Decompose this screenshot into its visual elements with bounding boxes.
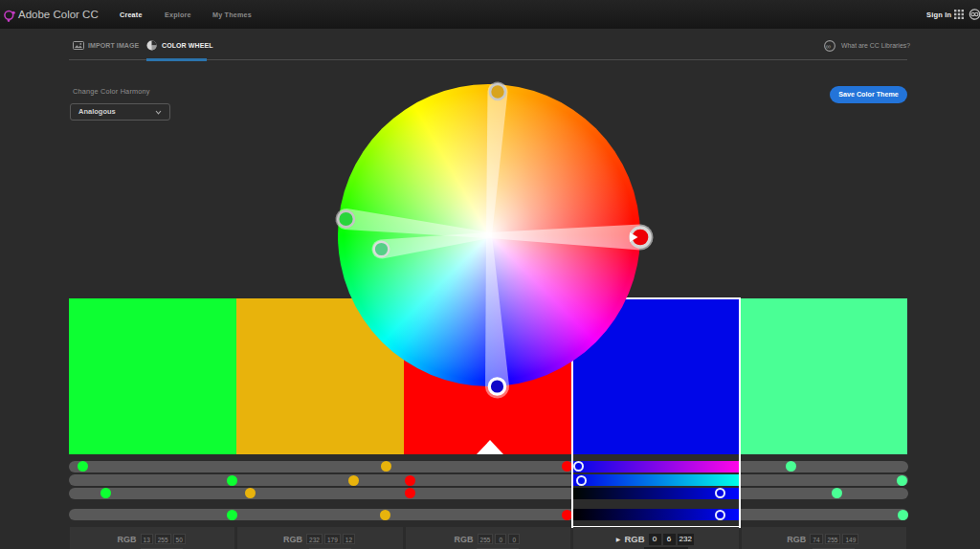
svg-text:∞: ∞: [826, 42, 831, 51]
